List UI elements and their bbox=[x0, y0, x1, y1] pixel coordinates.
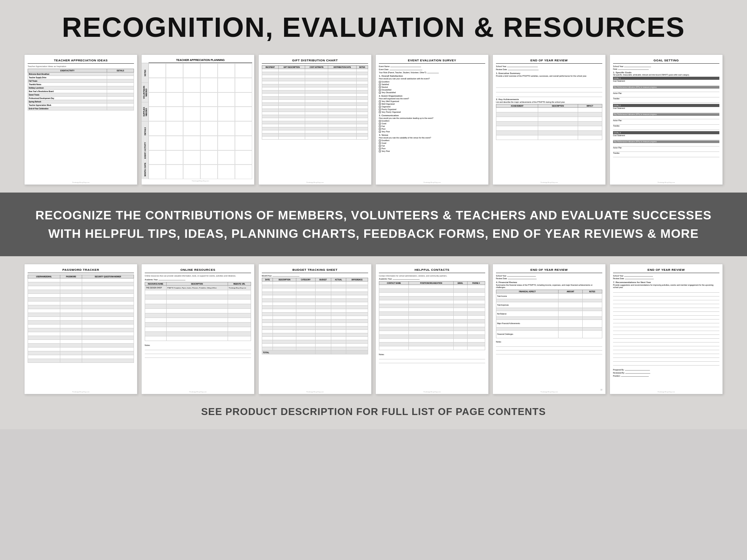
top-doc-row: TEACHER APPRECIATION IDEAS Teacher Appre… bbox=[0, 51, 747, 193]
page-title: RECOGNITION, EVALUATION & RESOURCES bbox=[8, 12, 739, 43]
doc-title-password: PASSWORD TRACKER bbox=[28, 268, 134, 273]
doc-budget-tracking: BUDGET TRACKING SHEET Month/Year: DATE D… bbox=[258, 264, 372, 394]
doc-title-budget: BUDGET TRACKING SHEET bbox=[262, 268, 368, 273]
doc-gift-distribution: GIFT DISTRIBUTION CHART RECIPIENT GIFT D… bbox=[258, 54, 372, 185]
watermark-b1: ThedesignShop.Etsy.com bbox=[25, 391, 137, 393]
doc-title-goal: GOAL SETTING bbox=[613, 59, 719, 64]
doc-end-year-review-2: END OF YEAR REVIEW School Year: Review D… bbox=[492, 264, 606, 394]
doc-title-eyr2: END OF YEAR REVIEW bbox=[496, 268, 602, 273]
doc-subtitle-teacher: Teacher Appreciation Ideas as Inspiratio… bbox=[28, 65, 134, 68]
doc-online-resources: ONLINE RESOURCES Online resources that c… bbox=[141, 264, 255, 394]
watermark-6: ThedesignShop.Etsy.com bbox=[610, 181, 722, 183]
doc-goal-setting: GOAL SETTING School Year: Date: 1. Speci… bbox=[610, 54, 723, 185]
doc-title-gift: GIFT DISTRIBUTION CHART bbox=[262, 59, 368, 64]
page-wrapper: RECOGNITION, EVALUATION & RESOURCES TEAC… bbox=[0, 0, 747, 429]
doc-password-tracker: PASSWORD TRACKER USERNAME/EMAIL PASSWORD… bbox=[24, 264, 137, 394]
banner-text: RECOGNIZE THE CONTRIBUTIONS OF MEMBERS, … bbox=[23, 206, 724, 243]
watermark-4: ThedesignShop.Etsy.com bbox=[376, 181, 488, 183]
doc-title-teacher-appreciation: TEACHER APPRECIATION IDEAS bbox=[28, 59, 134, 64]
doc-teacher-planning: TEACHER APPRECIATION PLANNING NOTES VOLU… bbox=[141, 54, 255, 185]
doc-title-event: EVENT EVALUATION SURVEY bbox=[379, 59, 485, 64]
doc-title-contacts: HELPFUL CONTACTS bbox=[379, 268, 485, 273]
footer-text: SEE PRODUCT DESCRIPTION FOR FULL LIST OF… bbox=[8, 406, 739, 418]
watermark-b5: ThedesignShop.Etsy.com bbox=[493, 391, 605, 393]
watermark-b6: ThedesignShop.Etsy.com bbox=[610, 391, 722, 393]
doc-title-eyr3: END OF YEAR REVIEW bbox=[613, 268, 719, 273]
watermark-b4: ThedesignShop.Etsy.com bbox=[376, 391, 488, 393]
watermark-b2: ThedesignShop.Etsy.com bbox=[142, 391, 254, 393]
watermark-5: ThedesignShop.Etsy.com bbox=[493, 181, 605, 183]
footer: SEE PRODUCT DESCRIPTION FOR FULL LIST OF… bbox=[0, 398, 747, 429]
watermark-3: ThedesignShop.Etsy.com bbox=[259, 181, 371, 183]
banner: RECOGNIZE THE CONTRIBUTIONS OF MEMBERS, … bbox=[0, 193, 747, 256]
header: RECOGNITION, EVALUATION & RESOURCES bbox=[0, 0, 747, 51]
doc-title-eyr1: END OF YEAR REVIEW bbox=[496, 59, 602, 64]
doc-event-evaluation: EVENT EVALUATION SURVEY Event Name: Even… bbox=[375, 54, 489, 185]
doc-helpful-contacts: HELPFUL CONTACTS Contact Information for… bbox=[375, 264, 489, 394]
doc-end-year-review-1: END OF YEAR REVIEW School Year: Review D… bbox=[492, 54, 606, 185]
doc-end-year-review-3: END OF YEAR REVIEW School Year: Review D… bbox=[610, 264, 723, 394]
bottom-doc-row: PASSWORD TRACKER USERNAME/EMAIL PASSWORD… bbox=[0, 256, 747, 398]
doc-teacher-appreciation: TEACHER APPRECIATION IDEAS Teacher Appre… bbox=[24, 54, 137, 185]
doc-title-online: ONLINE RESOURCES bbox=[145, 268, 251, 273]
watermark-1: ThedesignShop.Etsy.com bbox=[25, 181, 137, 183]
watermark-2: ThedesignShop.Etsy.com bbox=[142, 179, 252, 183]
watermark-b3: ThedesignShop.Etsy.com bbox=[259, 391, 371, 393]
